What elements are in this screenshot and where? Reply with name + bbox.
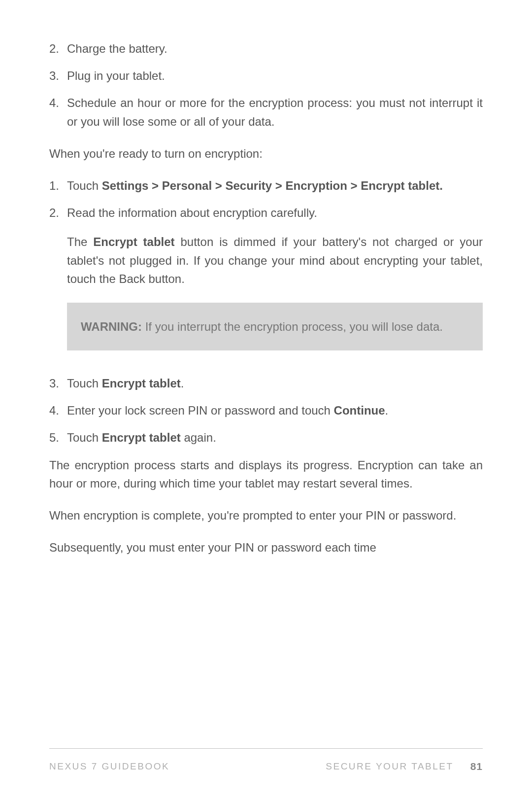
outro-paragraph: Subsequently, you must enter your PIN or… bbox=[49, 538, 483, 557]
list-item: 3. Plug in your tablet. bbox=[49, 67, 483, 85]
page-content: 2. Charge the battery. 3. Plug in your t… bbox=[49, 39, 483, 557]
list-text: Plug in your tablet. bbox=[67, 67, 483, 85]
sub-paragraph: The Encrypt tablet button is dimmed if y… bbox=[67, 233, 483, 288]
footer-book-title: NEXUS 7 GUIDEBOOK bbox=[49, 761, 169, 772]
warning-callout: WARNING: If you interrupt the encryption… bbox=[67, 303, 483, 350]
page-number: 81 bbox=[470, 761, 483, 772]
intro-paragraph: When you're ready to turn on encryption: bbox=[49, 144, 483, 163]
list-item: 1. Touch Settings > Personal > Security … bbox=[49, 176, 483, 195]
outro-paragraph: The encryption process starts and displa… bbox=[49, 456, 483, 492]
list-item: 3. Touch Encrypt tablet. bbox=[49, 374, 483, 392]
list-number: 3. bbox=[49, 374, 67, 392]
encryption-steps-list: 1. Touch Settings > Personal > Security … bbox=[49, 176, 483, 447]
list-text: Touch Settings > Personal > Security > E… bbox=[67, 176, 483, 195]
list-number: 1. bbox=[49, 176, 67, 195]
footer-section-title: SECURE YOUR TABLET bbox=[326, 761, 453, 772]
button-name: Encrypt tablet bbox=[102, 377, 181, 390]
list-number: 3. bbox=[49, 67, 67, 85]
list-item: 2. Charge the battery. bbox=[49, 39, 483, 58]
list-item: 4. Schedule an hour or more for the encr… bbox=[49, 94, 483, 130]
list-number: 4. bbox=[49, 94, 67, 130]
list-text: Read the information about encryption ca… bbox=[67, 204, 483, 222]
nav-path: Settings > Personal > Security > Encrypt… bbox=[102, 179, 443, 192]
list-number: 2. bbox=[49, 204, 67, 365]
pre-steps-list: 2. Charge the battery. 3. Plug in your t… bbox=[49, 39, 483, 131]
list-item: 5. Touch Encrypt tablet again. bbox=[49, 428, 483, 447]
list-number: 5. bbox=[49, 428, 67, 447]
outro-paragraph: When encryption is complete, you're prom… bbox=[49, 506, 483, 524]
list-text: Schedule an hour or more for the encrypt… bbox=[67, 94, 483, 130]
list-item: 4. Enter your lock screen PIN or passwor… bbox=[49, 401, 483, 419]
warning-text: If you interrupt the encryption process,… bbox=[142, 320, 443, 333]
list-text: Touch Encrypt tablet. bbox=[67, 374, 483, 392]
button-name: Continue bbox=[334, 404, 385, 417]
list-number: 2. bbox=[49, 39, 67, 58]
list-number: 4. bbox=[49, 401, 67, 419]
list-text: Charge the battery. bbox=[67, 39, 483, 58]
list-text: Enter your lock screen PIN or password a… bbox=[67, 401, 483, 419]
list-item: 2. Read the information about encryption… bbox=[49, 204, 483, 365]
warning-label: WARNING: bbox=[81, 320, 142, 333]
page-footer: NEXUS 7 GUIDEBOOK SECURE YOUR TABLET 81 bbox=[49, 748, 483, 772]
list-text: Touch Encrypt tablet again. bbox=[67, 428, 483, 447]
button-name: Encrypt tablet bbox=[93, 235, 174, 248]
button-name: Encrypt tablet bbox=[102, 431, 181, 444]
